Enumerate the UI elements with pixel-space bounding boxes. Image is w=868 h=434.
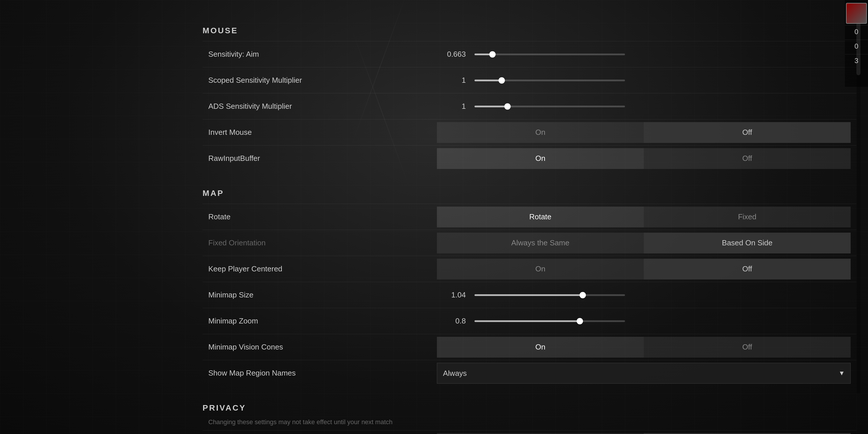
minimap-size-value: 1.04 (437, 290, 466, 300)
rawinputbuffer-label: RawInputBuffer (208, 154, 437, 163)
minimap-zoom-row: Minimap Zoom 0.8 (203, 308, 857, 334)
keep-player-centered-on-button[interactable]: On (437, 259, 644, 279)
hide-riot-id-toggle: On Off (437, 433, 850, 434)
minimap-zoom-value: 0.8 (437, 316, 466, 326)
fixed-orientation-controls: Always the Same Based On Side (437, 232, 850, 253)
minimap-size-row: Minimap Size 1.04 (203, 282, 857, 308)
invert-mouse-row: Invert Mouse On Off (203, 119, 857, 145)
minimap-size-slider-container: 1.04 (437, 290, 850, 300)
invert-mouse-toggle: On Off (437, 122, 850, 143)
keep-player-centered-toggle: On Off (437, 259, 850, 279)
right-sidebar: 0 0 3 (845, 0, 868, 87)
hide-riot-id-on-button[interactable]: On (437, 433, 644, 434)
minimap-zoom-thumb[interactable] (577, 318, 583, 324)
fixed-orientation-based-on-side-button[interactable]: Based On Side (644, 232, 850, 253)
scoped-sensitivity-value: 1 (437, 76, 466, 85)
divider-mouse-map (203, 171, 857, 180)
sensitivity-aim-track[interactable] (474, 54, 625, 55)
minimap-size-label: Minimap Size (208, 290, 437, 300)
sidebar-counter-2: 3 (845, 54, 868, 67)
minimap-size-fill (474, 294, 583, 296)
invert-mouse-on-button[interactable]: On (437, 122, 644, 143)
show-map-region-names-dropdown-container: Always Never On Hover ▼ (437, 363, 850, 384)
show-map-region-names-select[interactable]: Always Never On Hover (437, 363, 850, 384)
minimap-size-track[interactable] (474, 294, 625, 296)
settings-panel: MOUSE Sensitivity: Aim 0.663 Scoped Sens… (191, 18, 868, 423)
scoped-sensitivity-controls: 1 (437, 76, 850, 85)
scoped-sensitivity-thumb[interactable] (498, 77, 505, 84)
rawinputbuffer-toggle: On Off (437, 148, 850, 169)
settings-content: MOUSE Sensitivity: Aim 0.663 Scoped Sens… (191, 18, 868, 434)
sensitivity-aim-row: Sensitivity: Aim 0.663 (203, 41, 857, 67)
privacy-section-header: PRIVACY (203, 395, 857, 418)
scoped-sensitivity-slider-container: 1 (437, 76, 850, 85)
show-map-region-names-label: Show Map Region Names (208, 369, 437, 378)
scoped-sensitivity-track[interactable] (474, 80, 625, 81)
rawinputbuffer-row: RawInputBuffer On Off (203, 145, 857, 171)
rotate-rotate-button[interactable]: Rotate (437, 207, 644, 227)
minimap-vision-cones-toggle: On Off (437, 337, 850, 358)
ads-sensitivity-value: 1 (437, 102, 466, 111)
keep-player-centered-row: Keep Player Centered On Off (203, 256, 857, 282)
invert-mouse-label: Invert Mouse (208, 128, 437, 137)
minimap-zoom-track[interactable] (474, 320, 625, 322)
sensitivity-aim-value: 0.663 (437, 50, 466, 59)
sensitivity-aim-slider-container: 0.663 (437, 50, 850, 59)
ads-sensitivity-fill (474, 105, 507, 107)
scoped-sensitivity-row: Scoped Sensitivity Multiplier 1 (203, 67, 857, 93)
ads-sensitivity-track[interactable] (474, 105, 625, 107)
mouse-section-header: MOUSE (203, 18, 857, 41)
minimap-zoom-fill (474, 320, 580, 322)
minimap-vision-cones-row: Minimap Vision Cones On Off (203, 334, 857, 360)
fixed-orientation-label: Fixed Orientation (208, 239, 437, 247)
show-map-region-names-controls: Always Never On Hover ▼ (437, 363, 850, 384)
rotate-label: Rotate (208, 212, 437, 221)
minimap-zoom-controls: 0.8 (437, 316, 850, 326)
minimap-size-controls: 1.04 (437, 290, 850, 300)
rotate-toggle: Rotate Fixed (437, 207, 850, 227)
minimap-zoom-slider-container: 0.8 (437, 316, 850, 326)
rawinputbuffer-off-button[interactable]: Off (644, 148, 850, 169)
sensitivity-aim-label: Sensitivity: Aim (208, 50, 437, 59)
fixed-orientation-always-same-button[interactable]: Always the Same (437, 232, 644, 253)
hide-riot-id-controls: On Off (437, 433, 850, 434)
scoped-sensitivity-label: Scoped Sensitivity Multiplier (208, 76, 437, 85)
avatar (846, 3, 867, 24)
keep-player-centered-controls: On Off (437, 259, 850, 279)
divider-map-privacy (203, 386, 857, 395)
ads-sensitivity-thumb[interactable] (504, 103, 511, 110)
minimap-vision-cones-label: Minimap Vision Cones (208, 343, 437, 351)
rawinputbuffer-on-button[interactable]: On (437, 148, 644, 169)
ads-sensitivity-row: ADS Sensitivity Multiplier 1 (203, 93, 857, 119)
sensitivity-aim-thumb[interactable] (489, 51, 496, 58)
map-section-header: MAP (203, 180, 857, 204)
minimap-zoom-label: Minimap Zoom (208, 316, 437, 326)
show-map-region-names-row: Show Map Region Names Always Never On Ho… (203, 360, 857, 386)
ads-sensitivity-label: ADS Sensitivity Multiplier (208, 102, 437, 111)
sensitivity-aim-controls: 0.663 (437, 50, 850, 59)
rotate-row: Rotate Rotate Fixed (203, 204, 857, 230)
rotate-fixed-button[interactable]: Fixed (644, 207, 850, 227)
minimap-vision-cones-off-button[interactable]: Off (644, 337, 850, 358)
rotate-controls: Rotate Fixed (437, 207, 850, 227)
keep-player-centered-off-button[interactable]: Off (644, 259, 850, 279)
invert-mouse-off-button[interactable]: Off (644, 122, 850, 143)
minimap-size-thumb[interactable] (580, 292, 586, 298)
keep-player-centered-label: Keep Player Centered (208, 265, 437, 273)
invert-mouse-controls: On Off (437, 122, 850, 143)
ads-sensitivity-controls: 1 (437, 102, 850, 111)
hide-riot-id-off-button[interactable]: Off (644, 433, 850, 434)
sidebar-counter-0: 0 (845, 25, 868, 38)
ads-sensitivity-slider-container: 1 (437, 102, 850, 111)
sidebar-counter-1: 0 (845, 40, 868, 53)
hide-riot-id-row: Hide My Riot ID from Players Outside My … (203, 430, 857, 434)
fixed-orientation-row: Fixed Orientation Always the Same Based … (203, 230, 857, 256)
scoped-sensitivity-fill (474, 80, 502, 81)
rawinputbuffer-controls: On Off (437, 148, 850, 169)
fixed-orientation-toggle: Always the Same Based On Side (437, 232, 850, 253)
privacy-subtitle: Changing these settings may not take eff… (203, 418, 857, 430)
minimap-vision-cones-controls: On Off (437, 337, 850, 358)
minimap-vision-cones-on-button[interactable]: On (437, 337, 644, 358)
